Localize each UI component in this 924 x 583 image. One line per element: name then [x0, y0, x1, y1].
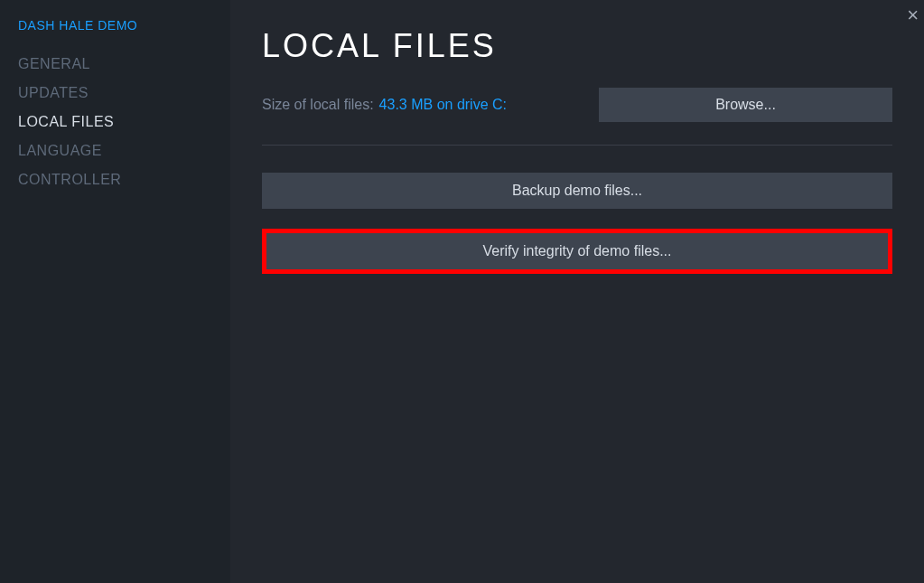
page-title: LOCAL FILES: [262, 27, 892, 65]
size-value: 43.3 MB on drive C:: [379, 97, 507, 113]
browse-button[interactable]: Browse...: [599, 88, 892, 122]
sidebar-item-language[interactable]: LANGUAGE: [18, 143, 212, 159]
verify-highlight: Verify integrity of demo files...: [262, 229, 892, 274]
app-title: DASH HALE DEMO: [18, 18, 212, 33]
sidebar-item-controller[interactable]: CONTROLLER: [18, 172, 212, 188]
backup-button[interactable]: Backup demo files...: [262, 173, 892, 209]
verify-button[interactable]: Verify integrity of demo files...: [266, 233, 888, 269]
size-row: Size of local files: 43.3 MB on drive C:…: [262, 88, 892, 122]
size-text: Size of local files: 43.3 MB on drive C:: [262, 97, 507, 113]
sidebar: DASH HALE DEMO GENERAL UPDATES LOCAL FIL…: [0, 0, 230, 583]
divider: [262, 145, 892, 146]
sidebar-item-updates[interactable]: UPDATES: [18, 85, 212, 101]
sidebar-item-local-files[interactable]: LOCAL FILES: [18, 114, 212, 130]
close-icon[interactable]: ×: [907, 5, 919, 25]
sidebar-item-general[interactable]: GENERAL: [18, 56, 212, 72]
main-panel: × LOCAL FILES Size of local files: 43.3 …: [230, 0, 924, 583]
size-label: Size of local files:: [262, 97, 374, 113]
